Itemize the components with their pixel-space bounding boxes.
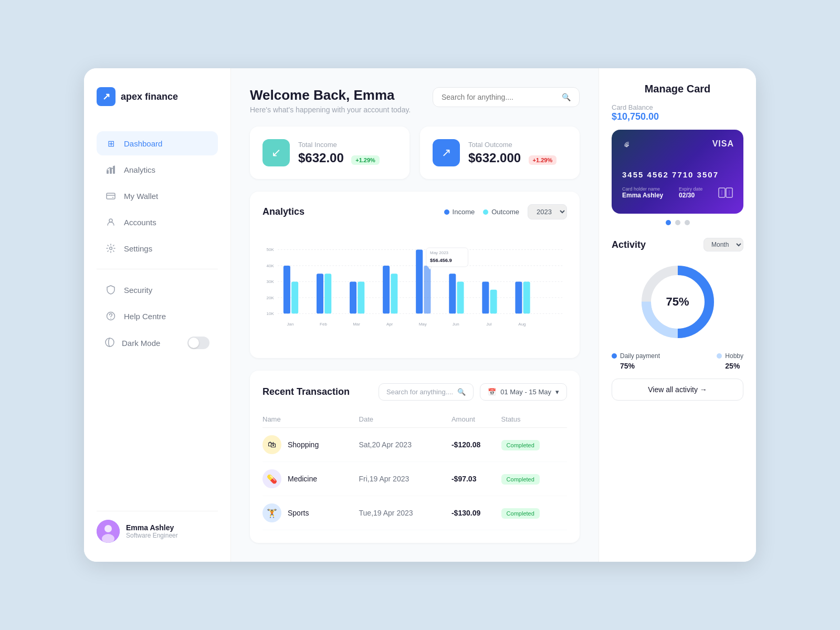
dark-mode-icon [105, 338, 114, 349]
svg-rect-26 [350, 281, 356, 313]
hobby-label: Hobby [725, 352, 743, 360]
logo-area: ↗ apex finance [97, 87, 218, 106]
sidebar-item-security[interactable]: Security [97, 278, 218, 302]
income-label: Total Income [298, 141, 380, 149]
table-row: 🛍 Shopping Sat,20 Apr 2023 -$120.08 Comp… [262, 428, 567, 462]
svg-rect-23 [291, 281, 298, 313]
credit-card: VISA 3455 4562 7710 3507 Card holder nam… [612, 130, 743, 214]
page-title: Welcome Back, Emma [250, 87, 411, 103]
svg-rect-30 [416, 250, 423, 314]
sidebar-item-settings[interactable]: Settings [97, 236, 218, 260]
sidebar-item-accounts[interactable]: Accounts [97, 210, 218, 234]
donut-label: 75% [666, 295, 689, 309]
legend-income: Income [444, 208, 475, 216]
income-value: $632.00 [298, 151, 344, 165]
col-status: Status [501, 411, 567, 428]
tx-amount: -$97.03 [452, 462, 501, 496]
visa-logo: VISA [712, 139, 734, 149]
dark-mode-label: Dark Mode [122, 339, 160, 348]
svg-point-10 [104, 525, 112, 532]
svg-text:Aug: Aug [518, 322, 526, 327]
hobby-dot [717, 353, 722, 359]
manage-card-title: Manage Card [612, 83, 743, 95]
tx-icon-shopping: 🛍 [262, 435, 281, 454]
stat-cards: ↙ Total Income $632.00 +1.29% ↗ Total Ou… [250, 127, 580, 179]
view-all-label: View all activity → [648, 385, 707, 394]
outcome-dot [483, 209, 488, 215]
sidebar-item-dashboard[interactable]: ⊞ Dashboard [97, 131, 218, 155]
sidebar-label-security: Security [124, 286, 152, 295]
hobby-pct: 25% [725, 362, 743, 370]
chart-area: 50K 40K 30K 20K 10K [262, 230, 567, 345]
svg-rect-36 [449, 274, 456, 313]
dark-mode-toggle-switch[interactable] [187, 337, 209, 349]
daily-payment-dot [612, 353, 617, 359]
expiry-label: Expiry date [679, 186, 702, 192]
sidebar-item-help[interactable]: Help Centre [97, 304, 218, 328]
analytics-icon [105, 164, 117, 175]
sidebar-label-help: Help Centre [124, 312, 166, 321]
svg-text:Mar: Mar [353, 322, 360, 327]
search-input[interactable] [442, 93, 558, 101]
main-content: Welcome Back, Emma Here's what's happeni… [231, 68, 598, 562]
income-icon: ↙ [262, 139, 290, 166]
tx-search[interactable]: Search for anything.... 🔍 [379, 383, 474, 401]
svg-rect-28 [383, 266, 390, 313]
view-all-activity-button[interactable]: View all activity → [612, 379, 743, 401]
sidebar-item-my-wallet[interactable]: My Wallet [97, 184, 218, 208]
analytics-title: Analytics [262, 206, 304, 217]
header: Welcome Back, Emma Here's what's happeni… [250, 87, 580, 114]
search-icon: 🔍 [562, 93, 571, 101]
user-profile: Emma Ashley Software Engineer [97, 511, 218, 543]
card-dot-3 [685, 220, 690, 225]
legend-hobby: Hobby 25% [717, 352, 743, 370]
card-number: 3455 4562 7710 3507 [622, 170, 733, 179]
year-select[interactable]: 2023 2022 [528, 204, 567, 219]
svg-text:Jun: Jun [453, 322, 459, 327]
month-select[interactable]: Month Week Year [704, 238, 743, 251]
svg-rect-29 [391, 274, 397, 313]
sidebar: ↗ apex finance ⊞ Dashboard Analytics My … [84, 68, 231, 562]
svg-rect-41 [523, 281, 530, 313]
outcome-label: Total Outcome [468, 141, 556, 149]
sidebar-label-accounts: Accounts [124, 218, 156, 227]
svg-rect-39 [490, 290, 497, 314]
svg-text:Jul: Jul [486, 322, 491, 327]
activity-title: Activity [612, 239, 646, 250]
activity-legend: Daily payment 75% Hobby 25% [612, 352, 743, 370]
outcome-value: $632.000 [468, 151, 521, 165]
sidebar-item-analytics[interactable]: Analytics [97, 158, 218, 182]
income-dot [444, 209, 449, 215]
legend-outcome: Outcome [483, 208, 519, 216]
right-panel: Manage Card Card Balance $10,750.00 VISA… [598, 68, 756, 562]
card-balance-label: Card Balance [612, 103, 743, 111]
col-date: Date [359, 411, 452, 428]
transactions-table: Name Date Amount Status 🛍 Shopping Sat,2… [262, 411, 567, 530]
svg-point-5 [109, 219, 112, 222]
svg-rect-27 [358, 281, 364, 313]
svg-point-6 [110, 247, 112, 250]
search-bar[interactable]: 🔍 [433, 87, 580, 107]
dashboard-icon: ⊞ [105, 138, 117, 149]
svg-text:Apr: Apr [386, 322, 393, 327]
table-row: 🏋 Sports Tue,19 Apr 2023 -$130.09 Comple… [262, 496, 567, 530]
card-balance-value: $10,750.00 [612, 111, 743, 122]
sidebar-label-settings: Settings [124, 244, 152, 253]
svg-text:Jan: Jan [287, 322, 293, 327]
tx-amount: -$120.08 [452, 428, 501, 462]
status-badge: Completed [501, 474, 540, 485]
sidebar-label-my-wallet: My Wallet [124, 192, 158, 201]
tx-date: Tue,19 Apr 2023 [359, 496, 452, 530]
analytics-card: Analytics Income Outcome 2023 [250, 192, 580, 358]
sidebar-item-dark-mode[interactable]: Dark Mode [97, 330, 218, 355]
svg-rect-0 [107, 170, 109, 174]
tx-icon-medicine: 💊 [262, 469, 281, 488]
date-filter[interactable]: 📅 01 May - 15 May ▾ [480, 383, 567, 401]
svg-rect-22 [284, 266, 290, 313]
tx-name: Medicine [288, 475, 317, 483]
sidebar-label-dashboard: Dashboard [124, 139, 162, 148]
col-amount: Amount [452, 411, 501, 428]
card-footer: Card holder name Emma Ashley Expiry date… [622, 186, 733, 199]
settings-icon [105, 243, 117, 254]
outcome-icon: ↗ [433, 139, 460, 166]
